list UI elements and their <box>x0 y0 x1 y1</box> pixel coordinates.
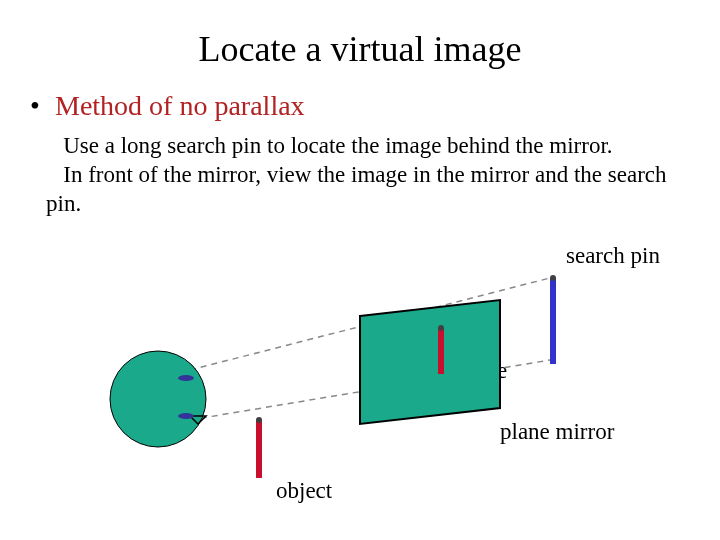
observer-eye-upper <box>178 375 194 381</box>
search-pin <box>550 278 556 364</box>
object-pin-head <box>256 417 262 423</box>
object-pin <box>256 420 262 478</box>
observer-head <box>110 351 206 447</box>
observer-eye-lower <box>178 413 194 419</box>
search-pin-head <box>550 275 556 281</box>
image-pin-head <box>438 325 444 331</box>
image-pin <box>438 328 444 374</box>
optics-diagram <box>0 0 720 540</box>
plane-mirror <box>360 300 500 424</box>
